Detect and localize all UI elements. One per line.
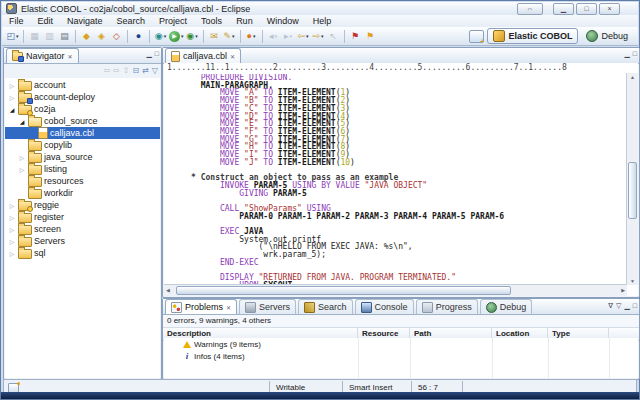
problems-row-warnings-9-items[interactable]: Warnings (9 items) [164, 338, 638, 350]
menu-window[interactable]: Window [260, 16, 306, 26]
tree-item-copylib[interactable]: copylib [5, 139, 160, 151]
task-button[interactable]: ●▾ [245, 29, 258, 44]
dropdown-arrow-icon[interactable]: ▾ [195, 33, 198, 39]
tree-item-register[interactable]: ▷register [5, 211, 160, 223]
open-perspective-button[interactable] [469, 30, 484, 43]
tree-item-screen[interactable]: ▷screen [5, 223, 160, 235]
perspective-elastic-cobol[interactable]: Elastic COBOL [487, 28, 578, 44]
perspective-debug[interactable]: Debug [581, 29, 633, 43]
compile-all-button[interactable]: ◈ [95, 29, 108, 44]
expander-icon[interactable]: ◢ [8, 106, 16, 113]
problems-row-infos-4-items[interactable]: iInfos (4 items) [164, 350, 638, 362]
expander-icon[interactable]: ▷ [8, 250, 16, 257]
close-button[interactable]: × [599, 3, 620, 15]
dropdown-arrow-icon[interactable]: ▾ [16, 33, 19, 39]
tab-problems[interactable]: Problems✕ [165, 299, 237, 314]
expander-icon[interactable]: ▷ [8, 202, 16, 209]
minimize-panel-button[interactable]: ▁ [624, 50, 629, 58]
dropdown-arrow-icon[interactable]: ▾ [164, 33, 167, 39]
expander-icon[interactable]: ◢ [18, 118, 26, 125]
compile-cobol-button[interactable]: ◆ [80, 29, 93, 44]
tree-item-account[interactable]: ▷account [5, 79, 160, 91]
view-menu-button[interactable]: ▽ [152, 66, 158, 75]
expander-icon[interactable]: ▷ [8, 94, 16, 101]
tab-calljava-cbl[interactable]: calljava.cbl ✕ [165, 48, 241, 63]
tab-search[interactable]: Search [298, 299, 353, 314]
expander-icon[interactable]: ▷ [8, 226, 16, 233]
maximize-panel-button[interactable]: □ [633, 50, 637, 58]
dropdown-arrow-icon[interactable]: ▾ [232, 33, 235, 39]
forward-history-button[interactable]: ⇨▾ [312, 29, 325, 44]
window-resize-button[interactable]: ⇔ [517, 3, 543, 15]
menu-file[interactable]: File [2, 16, 31, 26]
dropdown-arrow-icon[interactable]: ▾ [181, 33, 184, 39]
tree-item-servers[interactable]: ▷Servers [5, 235, 160, 247]
minimize-panel-button[interactable]: ▁ [624, 302, 629, 310]
tab-progress[interactable]: Progress [416, 299, 478, 314]
horizontal-scroll-thumb[interactable] [176, 286, 511, 295]
filter-button[interactable]: ∇ [608, 302, 613, 310]
check-syntax-button[interactable]: ◇ [110, 29, 123, 44]
dropdown-arrow-icon[interactable]: ▾ [290, 33, 293, 39]
vertical-scroll-thumb[interactable] [628, 162, 637, 219]
dropdown-arrow-icon[interactable]: ▾ [321, 33, 324, 39]
tree-item-calljava-cbl[interactable]: calljava.cbl [5, 127, 160, 139]
link-with-editor-button[interactable]: ⇄ [142, 66, 149, 75]
close-icon[interactable]: ✕ [230, 53, 235, 60]
tree-item-listing[interactable]: ▷listing [5, 163, 160, 175]
menu-run[interactable]: Run [229, 16, 260, 26]
collapse-all-button[interactable]: ⊟ [132, 66, 139, 75]
scroll-left-icon[interactable]: ◀ [166, 285, 170, 295]
maximize-panel-button[interactable]: □ [155, 50, 159, 58]
menu-project[interactable]: Project [152, 16, 194, 26]
new-wizard-button[interactable]: ◰▾ [6, 29, 19, 44]
expander-icon[interactable]: ▷ [8, 82, 16, 89]
expander-icon[interactable]: ▷ [8, 214, 16, 221]
new-mail-button[interactable]: ✉ [208, 29, 221, 44]
tree-item-cobol-source[interactable]: ◢cobol_source [5, 115, 160, 127]
print-button[interactable]: ▤ [58, 29, 71, 44]
tree-item-workdir[interactable]: workdir [5, 187, 160, 199]
tab-servers[interactable]: Servers [239, 299, 296, 314]
run-button[interactable]: ▶▾ [169, 29, 184, 44]
code-area[interactable]: PROCEDURE DIVISION. MAIN-PARAGRAPH. MOVE… [167, 74, 626, 285]
expander-icon[interactable]: ▷ [18, 166, 26, 173]
profile-button[interactable]: ◉▾ [186, 29, 199, 44]
tree-item-sql[interactable]: ▷sql [5, 247, 160, 259]
dropdown-arrow-icon[interactable]: ▾ [275, 33, 278, 39]
tree-item-java-source[interactable]: ▷java_source [5, 151, 160, 163]
dropdown-arrow-icon[interactable]: ▾ [306, 33, 309, 39]
tree-item-resources[interactable]: resources [5, 175, 160, 187]
indicator-red-button[interactable]: ⚑ [349, 29, 362, 44]
dropdown-arrow-icon[interactable]: ▾ [253, 33, 256, 39]
close-icon[interactable]: ✕ [68, 53, 73, 60]
expander-icon[interactable]: ▷ [18, 154, 26, 161]
tab-console[interactable]: Console [355, 299, 414, 314]
minimize-button[interactable]: ▁ [553, 3, 574, 15]
menu-help[interactable]: Help [306, 16, 339, 26]
view-menu-button[interactable]: ▽ [616, 302, 621, 310]
horizontal-scrollbar[interactable]: ◀ ▶ [164, 284, 627, 296]
search-toolbar-button[interactable]: ✎▾ [223, 29, 236, 44]
maximize-button[interactable]: □ [576, 3, 597, 15]
menu-tools[interactable]: Tools [194, 16, 229, 26]
minimize-panel-button[interactable]: ▁ [146, 50, 151, 58]
vertical-scrollbar[interactable]: ▲ ▼ [626, 73, 638, 285]
back-history-button[interactable]: ⇦▾ [297, 29, 310, 44]
web-browser-button[interactable]: ● [132, 29, 145, 44]
scroll-down-icon[interactable]: ▼ [627, 278, 638, 284]
maximize-panel-button[interactable]: □ [633, 302, 637, 310]
scroll-right-icon[interactable]: ▶ [621, 285, 625, 295]
editor-content[interactable]: 1.......11..1.........2.........3.......… [164, 63, 638, 296]
scroll-up-icon[interactable]: ▲ [627, 74, 638, 80]
close-icon[interactable]: ✕ [226, 304, 231, 311]
tree-item-co2ja[interactable]: ◢co2ja [5, 103, 160, 115]
tree-item-account-deploy[interactable]: ▷account-deploy [5, 91, 160, 103]
debug-button[interactable]: ◉▾ [154, 29, 167, 44]
menu-search[interactable]: Search [110, 16, 153, 26]
tab-debug[interactable]: Debug [480, 299, 533, 314]
tree-item-reggie[interactable]: ▷reggie [5, 199, 160, 211]
expander-icon[interactable]: ▷ [8, 238, 16, 245]
tab-navigator[interactable]: Navigator ✕ [6, 48, 79, 63]
menu-edit[interactable]: Edit [31, 16, 61, 26]
